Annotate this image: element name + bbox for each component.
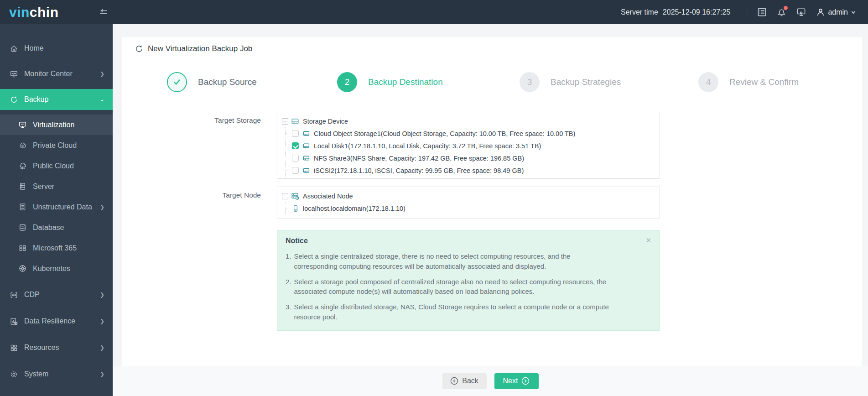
step-review-confirm: 4 Review & Confirm — [698, 60, 799, 104]
notification-badge — [784, 6, 788, 10]
logo-chin: chin — [30, 5, 59, 20]
target-node-label: Target Node — [122, 191, 261, 199]
sidebar-item-backup[interactable]: Backup ⌄ — [0, 89, 113, 110]
sidebar-item-private-cloud[interactable]: Private Cloud — [0, 135, 113, 156]
sidebar-item-label: Virtualization — [33, 121, 104, 129]
step-circle-done — [167, 72, 187, 92]
sidebar-item-label: CDP — [24, 291, 100, 299]
tree-row-iscsi[interactable]: iSCSI2(172.18.1.10, iSCSI, Capacity: 99.… — [286, 164, 655, 177]
microsoft-365-icon — [19, 244, 26, 252]
tree-node-label: NFS Share3(NFS Share, Capacity: 197.42 G… — [314, 155, 524, 162]
sidebar-item-data-resilience[interactable]: Data Resilience ❯ — [0, 311, 113, 332]
sidebar-item-system[interactable]: System ❯ — [0, 364, 113, 385]
server-time-value: 2025-12-09 16:27:25 — [663, 8, 731, 16]
tree-row-local-disk[interactable]: Local Disk1(172.18.1.10, Local Disk, Cap… — [286, 140, 655, 152]
arrow-left-circle-icon — [450, 377, 458, 385]
notice-item: Select a single centralized storage, the… — [286, 251, 651, 271]
unstructured-data-icon — [19, 203, 26, 211]
step-label: Backup Source — [198, 77, 257, 87]
page-title-bar: New Virtualization Backup Job — [122, 37, 862, 60]
back-button[interactable]: Back — [442, 373, 487, 389]
checkbox[interactable] — [292, 142, 299, 149]
user-menu[interactable]: admin — [816, 8, 856, 17]
virtualization-icon: vm — [19, 121, 26, 129]
chevron-right-icon: ❯ — [100, 371, 104, 377]
sidebar-item-microsoft-365[interactable]: Microsoft 365 — [0, 238, 113, 258]
logs-icon[interactable] — [757, 7, 767, 17]
svg-text:vm: vm — [21, 123, 25, 125]
resources-icon — [10, 344, 18, 352]
disk-icon — [302, 154, 310, 162]
step-backup-destination: 2 Backup Destination — [337, 60, 443, 104]
sidebar-item-label: Backup — [24, 95, 100, 104]
collapse-expander-icon[interactable] — [282, 118, 288, 125]
step-backup-source: Backup Source — [167, 60, 257, 104]
refresh-icon[interactable] — [135, 45, 143, 53]
data-resilience-icon — [10, 318, 18, 325]
step-circle-pending: 4 — [698, 72, 718, 92]
checkbox[interactable] — [292, 167, 299, 174]
target-node-tree: Associated Node localhost.localdomain(17… — [277, 187, 660, 219]
node-children: localhost.localdomain(172.18.1.10) — [285, 202, 655, 214]
tree-node-label: Storage Device — [303, 118, 348, 125]
tree-node-label: Cloud Object Storage1(Cloud Object Stora… — [314, 130, 575, 137]
sidebar-item-label: Resources — [24, 344, 100, 352]
system-gear-icon — [10, 370, 18, 378]
notice-title: Notice — [286, 237, 308, 245]
sidebar-item-label: Database — [33, 224, 104, 232]
sidebar-item-label: Monitor Center — [24, 70, 100, 78]
sidebar-item-label: Unstructured Data — [33, 203, 100, 211]
notice-panel: Notice ✕ Select a single centralized sto… — [277, 230, 660, 331]
sidebar-collapse-icon[interactable] — [98, 7, 108, 17]
storage-device-icon — [291, 117, 299, 125]
notice-close-icon[interactable]: ✕ — [645, 237, 651, 245]
check-icon — [172, 78, 182, 87]
wizard-steps: Backup Source 2 Backup Destination 3 Bac… — [122, 60, 862, 104]
sidebar-item-server[interactable]: Server — [0, 176, 113, 197]
server-time-label: Server time — [621, 8, 658, 16]
step-circle-active: 2 — [337, 72, 357, 92]
checkbox[interactable] — [292, 130, 299, 137]
sidebar-item-resources[interactable]: Resources ❯ — [0, 337, 113, 358]
sidebar-item-label: Data Resilience — [24, 317, 100, 325]
step-label: Review & Confirm — [729, 77, 799, 87]
tree-row-localhost[interactable]: localhost.localdomain(172.18.1.10) — [286, 202, 655, 214]
sidebar-item-public-cloud[interactable]: Public Cloud — [0, 156, 113, 176]
host-icon — [292, 205, 299, 212]
monitor-center-icon — [10, 70, 18, 78]
tree-root-associated-node[interactable]: Associated Node — [282, 190, 655, 202]
sidebar: Home Monitor Center ❯ Backup ⌄ vm Virtua… — [0, 24, 113, 396]
main-content: New Virtualization Backup Job Backup Sou… — [113, 24, 868, 396]
sidebar-item-database[interactable]: Database — [0, 217, 113, 238]
chevron-right-icon: ❯ — [100, 71, 104, 77]
target-storage-tree: Storage Device Cloud Object Storage1(Clo… — [277, 112, 660, 179]
vinchin-logo: vinchin — [0, 5, 94, 20]
checkbox[interactable] — [292, 155, 299, 162]
tree-node-label: localhost.localdomain(172.18.1.10) — [303, 205, 405, 212]
tree-root-storage-device[interactable]: Storage Device — [282, 115, 655, 127]
sidebar-item-kubernetes[interactable]: Kubernetes — [0, 258, 113, 279]
sidebar-item-monitor-center[interactable]: Monitor Center ❯ — [0, 63, 113, 84]
server-time: Server time2025-12-09 16:27:25 — [621, 8, 730, 16]
sidebar-item-unstructured-data[interactable]: Unstructured Data ❯ — [0, 197, 113, 217]
tree-row-nfs-share[interactable]: NFS Share3(NFS Share, Capacity: 197.42 G… — [286, 152, 655, 164]
sidebar-item-virtualization[interactable]: vm Virtualization — [0, 115, 113, 135]
chevron-right-icon: ❯ — [100, 204, 104, 210]
chevron-right-icon: ❯ — [100, 292, 104, 298]
sidebar-item-cdp[interactable]: CDP ❯ — [0, 284, 113, 305]
page-title: New Virtualization Backup Job — [148, 44, 252, 53]
tree-node-label: Local Disk1(172.18.1.10, Local Disk, Cap… — [314, 142, 541, 150]
chevron-down-icon — [851, 10, 856, 15]
cdp-icon — [10, 291, 18, 299]
display-icon[interactable] — [796, 7, 806, 17]
arrow-right-circle-icon — [521, 377, 530, 385]
step-circle-pending: 3 — [520, 72, 540, 92]
notifications-bell-icon[interactable] — [777, 7, 786, 17]
disk-icon — [302, 142, 310, 150]
collapse-expander-icon[interactable] — [282, 193, 288, 199]
sidebar-item-label: Home — [24, 44, 104, 52]
sidebar-item-label: System — [24, 370, 100, 378]
next-button[interactable]: Next — [494, 373, 539, 389]
tree-row-cloud-object-storage[interactable]: Cloud Object Storage1(Cloud Object Stora… — [286, 127, 655, 140]
sidebar-item-home[interactable]: Home — [0, 38, 113, 59]
